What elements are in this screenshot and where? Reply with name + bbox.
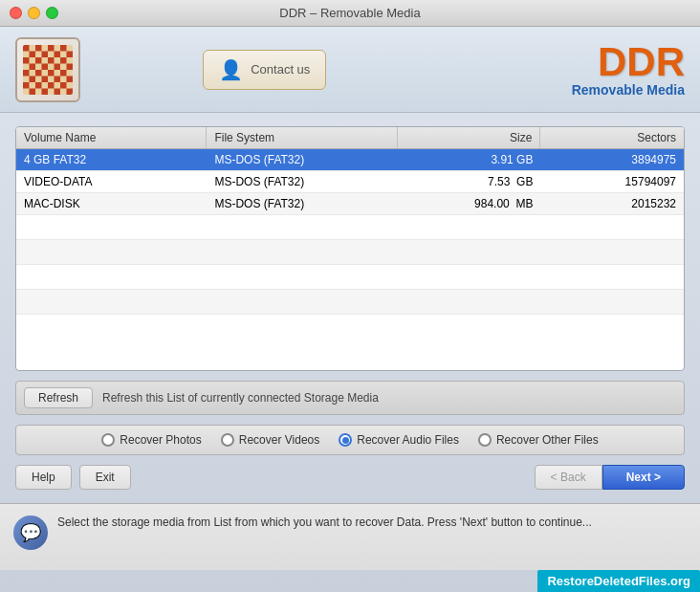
content-area: Volume Name File System Size Sectors 4 G… — [0, 113, 700, 503]
table-row-empty — [16, 265, 684, 290]
col-volume: Volume Name — [16, 127, 207, 148]
footer: RestoreDeletedFiles.org — [0, 570, 700, 592]
next-button[interactable]: Next > — [602, 465, 685, 490]
svg-rect-3 — [23, 45, 73, 95]
refresh-button[interactable]: Refresh — [24, 387, 93, 408]
radio-other[interactable]: Recover Other Files — [478, 433, 599, 447]
table-row-empty — [16, 290, 684, 315]
radio-videos[interactable]: Recover Videos — [221, 433, 320, 447]
info-icon: 💬 — [13, 515, 48, 550]
cell-fs: MS-DOS (FAT32) — [207, 193, 397, 214]
header: 👤 Contact us DDR Removable Media — [0, 27, 700, 113]
contact-label: Contact us — [251, 62, 310, 77]
back-button[interactable]: < Back — [535, 465, 602, 490]
cell-volume: 4 GB FAT32 — [16, 149, 207, 170]
cell-sectors: 3894975 — [540, 149, 684, 170]
contact-icon: 👤 — [219, 58, 243, 81]
radio-audio-label: Recover Audio Files — [357, 433, 459, 447]
table-row[interactable]: VIDEO-DATA MS-DOS (FAT32) 7.53 GB 157940… — [16, 171, 684, 193]
radio-other-label: Recover Other Files — [496, 433, 599, 447]
titlebar: DDR – Removable Media — [0, 0, 700, 27]
radio-videos-label: Recover Videos — [239, 433, 320, 447]
radio-photos[interactable]: Recover Photos — [101, 433, 201, 447]
contact-button[interactable]: 👤 Contact us — [203, 50, 326, 90]
table-header: Volume Name File System Size Sectors — [16, 127, 684, 149]
minimize-button[interactable] — [28, 7, 40, 19]
brand: DDR Removable Media — [572, 42, 685, 98]
window-title: DDR – Removable Media — [279, 6, 420, 20]
info-message: Select the storage media from List from … — [57, 514, 592, 531]
footer-brand: RestoreDeletedFiles.org — [537, 570, 700, 592]
radio-audio[interactable]: Recover Audio Files — [339, 433, 459, 447]
refresh-message: Refresh this List of currently connected… — [102, 391, 379, 405]
radio-circle-videos — [221, 433, 234, 447]
volume-table: Volume Name File System Size Sectors 4 G… — [15, 126, 685, 371]
main-window: 👤 Contact us DDR Removable Media Volume … — [0, 27, 700, 592]
table-row-empty — [16, 215, 684, 240]
logo-box — [15, 37, 80, 102]
refresh-bar: Refresh Refresh this List of currently c… — [15, 381, 685, 415]
nav-buttons: < Back Next > — [535, 465, 685, 490]
ddr-subtitle: Removable Media — [572, 82, 685, 98]
bottom-bar: Help Exit < Back Next > — [15, 465, 685, 490]
col-sectors: Sectors — [540, 127, 684, 148]
maximize-button[interactable] — [46, 7, 58, 19]
help-button[interactable]: Help — [15, 465, 72, 490]
radio-photos-label: Recover Photos — [120, 433, 201, 447]
table-row[interactable]: MAC-DISK MS-DOS (FAT32) 984.00 MB 201523… — [16, 193, 684, 215]
table-body: 4 GB FAT32 MS-DOS (FAT32) 3.91 GB 389497… — [16, 149, 684, 315]
col-size: Size — [398, 127, 541, 148]
cell-fs: MS-DOS (FAT32) — [207, 171, 397, 192]
radio-circle-other — [478, 433, 492, 447]
exit-button[interactable]: Exit — [79, 465, 131, 490]
cell-volume: MAC-DISK — [16, 193, 207, 214]
info-bar: 💬 Select the storage media from List fro… — [0, 503, 700, 570]
ddr-title: DDR — [572, 42, 685, 82]
cell-size: 3.91 GB — [398, 149, 541, 170]
recovery-type-bar: Recover Photos Recover Videos Recover Au… — [15, 425, 685, 455]
cell-sectors: 2015232 — [540, 193, 684, 214]
table-row[interactable]: 4 GB FAT32 MS-DOS (FAT32) 3.91 GB 389497… — [16, 149, 684, 171]
close-button[interactable] — [10, 7, 22, 19]
titlebar-buttons — [10, 7, 58, 19]
cell-size: 984.00 MB — [398, 193, 541, 214]
col-filesystem: File System — [207, 127, 397, 148]
radio-circle-audio — [339, 433, 352, 447]
table-row-empty — [16, 240, 684, 265]
cell-volume: VIDEO-DATA — [16, 171, 207, 192]
cell-fs: MS-DOS (FAT32) — [207, 149, 397, 170]
logo-checkerboard — [23, 45, 73, 95]
cell-sectors: 15794097 — [540, 171, 684, 192]
radio-circle-photos — [101, 433, 115, 447]
cell-size: 7.53 GB — [398, 171, 541, 192]
